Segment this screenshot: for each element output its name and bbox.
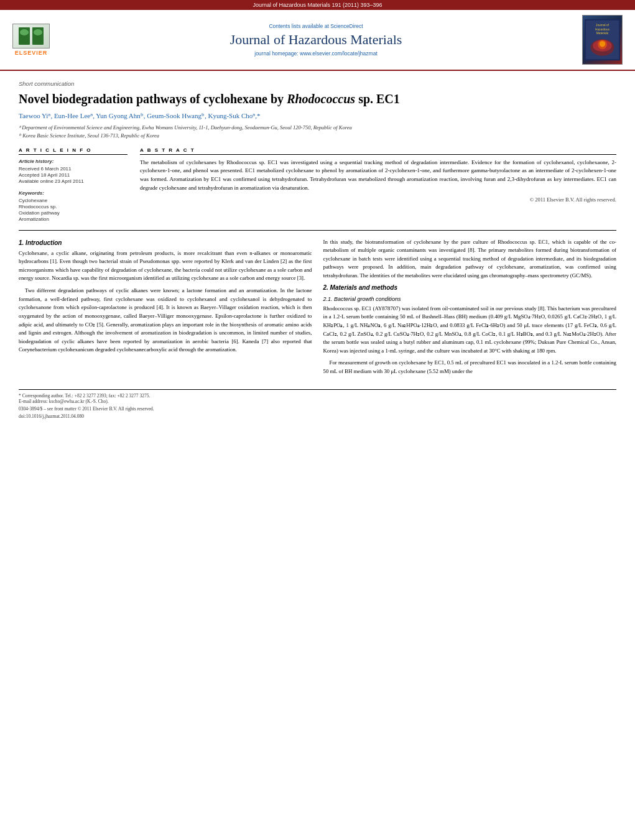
abstract-header: A B S T R A C T — [140, 147, 616, 155]
svg-text:Hazardous: Hazardous — [595, 28, 610, 31]
svg-text:Journal of: Journal of — [596, 24, 610, 27]
accepted-date: Accepted 18 April 2011 — [19, 172, 127, 178]
doi-line: doi:10.1016/j.jhazmat.2011.04.080 — [19, 413, 616, 419]
article-info-abstract-section: A R T I C L E I N F O Article history: R… — [19, 147, 616, 223]
affiliations: ᵃ Department of Environmental Science an… — [19, 124, 616, 140]
article-info-col: A R T I C L E I N F O Article history: R… — [19, 147, 127, 223]
keyword-3: Oxidation pathway — [19, 210, 127, 216]
right-intro-para: In this study, the biotransformation of … — [323, 238, 617, 280]
body-right-intro: In this study, the biotransformation of … — [323, 238, 617, 280]
journal-citation-bar: Journal of Hazardous Materials 191 (2011… — [0, 0, 635, 10]
journal-homepage-link: journal homepage: www.elsevier.com/locat… — [50, 50, 582, 57]
journal-center-block: Contents lists available at ScienceDirec… — [50, 23, 582, 57]
article-history: Article history: Received 6 March 2011 A… — [19, 159, 127, 184]
copyright-line: © 2011 Elsevier B.V. All rights reserved… — [140, 196, 616, 203]
article-content: Short communication Novel biodegradation… — [0, 71, 635, 428]
journal-citation-text: Journal of Hazardous Materials 191 (2011… — [253, 2, 382, 8]
corresponding-note: * Corresponding author. Tel.: +82 2 3277… — [19, 393, 616, 399]
body-divider — [19, 230, 616, 231]
affiliation-b: ᵇ Korea Basic Science Institute, Seoul 1… — [19, 132, 616, 140]
journal-title: Journal of Hazardous Materials — [50, 32, 582, 48]
doi-text: doi:10.1016/j.jhazmat.2011.04.080 — [19, 413, 84, 419]
intro-para-2: Two different degradation pathways of cy… — [19, 287, 312, 354]
article-info-header: A R T I C L E I N F O — [19, 147, 127, 155]
svg-point-2 — [20, 29, 29, 35]
available-date: Available online 23 April 2011 — [19, 178, 127, 184]
methods-sub-title: 2.1. Bacterial growth conditions — [323, 296, 617, 302]
history-title: Article history: — [19, 159, 127, 164]
section1-title: 1. Introduction — [19, 239, 312, 246]
keyword-1: Cyclohexane — [19, 198, 127, 203]
received-date: Received 6 March 2011 — [19, 166, 127, 172]
svg-point-12 — [600, 41, 606, 47]
svg-point-3 — [34, 29, 42, 35]
abstract-col: A B S T R A C T The metabolism of cycloh… — [140, 147, 616, 223]
keywords-title: Keywords: — [19, 190, 127, 196]
keyword-2: Rhodococcus sp. — [19, 204, 127, 210]
elsevier-logo-image — [12, 24, 50, 48]
intro-para-1: Cyclohexane, a cyclic alkane, originatin… — [19, 249, 312, 284]
authors: Taewoo Yiᵃ, Eun-Hee Leeᵃ, Yun Gyong Ahnᵇ… — [19, 112, 616, 120]
methods-text: Rhodococcus sp. EC1 (AY878707) was isola… — [323, 305, 617, 376]
methods-para-1: Rhodococcus sp. EC1 (AY878707) was isola… — [323, 305, 617, 356]
email-note: E-mail address: kscho@ewha.ac.kr (K.-S. … — [19, 399, 616, 404]
homepage-url: www.elsevier.com/locate/jhazmat — [300, 50, 378, 57]
abstract-text: The metabolism of cyclohexanes by Rhodoc… — [140, 159, 616, 193]
body-two-col: 1. Introduction Cyclohexane, a cyclic al… — [19, 238, 616, 380]
body-left-col: 1. Introduction Cyclohexane, a cyclic al… — [19, 238, 312, 380]
svg-text:Materials: Materials — [596, 32, 609, 35]
journal-cover-image: Journal of Hazardous Materials — [582, 15, 623, 65]
methods-para-2: For measurement of growth on cyclohexane… — [323, 359, 617, 376]
keyword-4: Aromatization — [19, 216, 127, 222]
footnote-area: * Corresponding author. Tel.: +82 2 3277… — [19, 389, 616, 419]
sciencedirect-link: Contents lists available at ScienceDirec… — [50, 23, 582, 29]
methods-title: 2. Materials and methods — [323, 284, 617, 291]
elsevier-brand-text: ELSEVIER — [15, 50, 48, 56]
body-intro: Cyclohexane, a cyclic alkane, originatin… — [19, 249, 312, 355]
issn-line: 0304-3894/$ – see front matter © 2011 El… — [19, 406, 616, 412]
body-right-col: In this study, the biotransformation of … — [323, 238, 617, 380]
keywords-section: Keywords: Cyclohexane Rhodococcus sp. Ox… — [19, 190, 127, 222]
journal-header: ELSEVIER Contents lists available at Sci… — [0, 10, 635, 71]
sciencedirect-text: ScienceDirect — [330, 23, 363, 29]
elsevier-logo-block: ELSEVIER — [12, 24, 50, 56]
page: Journal of Hazardous Materials 191 (2011… — [0, 0, 635, 840]
affiliation-a: ᵃ Department of Environmental Science an… — [19, 124, 616, 132]
article-title: Novel biodegradation pathways of cyclohe… — [19, 91, 616, 107]
article-type: Short communication — [19, 80, 616, 87]
